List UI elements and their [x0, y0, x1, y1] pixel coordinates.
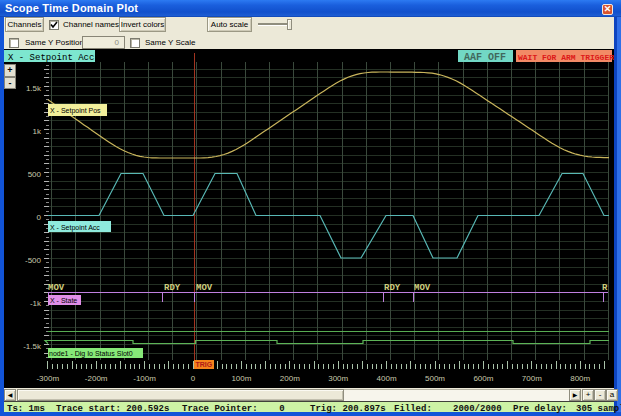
svg-text:500m: 500m — [425, 374, 445, 383]
svg-text:300m: 300m — [328, 374, 348, 383]
svg-text:X - Setpoint Acc: X - Setpoint Acc — [50, 224, 100, 232]
svg-text:0: 0 — [37, 213, 42, 222]
svg-text:100m: 100m — [231, 374, 251, 383]
svg-text:200m: 200m — [280, 374, 300, 383]
svg-text:-1.5k: -1.5k — [23, 342, 42, 351]
svg-text:RDY: RDY — [384, 283, 401, 293]
svg-text:0: 0 — [191, 374, 196, 383]
svg-text:-300m: -300m — [36, 374, 59, 383]
svg-text:-500: -500 — [25, 256, 42, 265]
svg-text:1.5k: 1.5k — [26, 84, 42, 93]
svg-text:800m: 800m — [570, 374, 590, 383]
svg-text:TRIG: TRIG — [196, 361, 213, 368]
svg-text:700m: 700m — [522, 374, 542, 383]
svg-text:R: R — [602, 283, 608, 293]
svg-text:X - State: X - State — [50, 297, 77, 304]
svg-text:MOV: MOV — [196, 283, 213, 293]
svg-text:-200m: -200m — [85, 374, 108, 383]
svg-text:RDY: RDY — [164, 283, 181, 293]
svg-text:node1 - Dig Io Status Slot0: node1 - Dig Io Status Slot0 — [49, 350, 133, 358]
svg-text:1k: 1k — [33, 127, 42, 136]
svg-text:500: 500 — [28, 170, 42, 179]
svg-text:MOV: MOV — [48, 283, 65, 293]
svg-text:X - Setpoint Acc: X - Setpoint Acc — [8, 53, 94, 63]
svg-text:600m: 600m — [473, 374, 493, 383]
svg-text:MOV: MOV — [414, 283, 431, 293]
svg-text:400m: 400m — [377, 374, 397, 383]
svg-text:WAIT FOR ARM TRIGGER: WAIT FOR ARM TRIGGER — [518, 53, 614, 62]
svg-text:AAF OFF: AAF OFF — [464, 52, 506, 63]
svg-text:-1k: -1k — [30, 299, 42, 308]
svg-text:X - Setpoint Pos: X - Setpoint Pos — [50, 107, 101, 115]
svg-text:-100m: -100m — [133, 374, 156, 383]
